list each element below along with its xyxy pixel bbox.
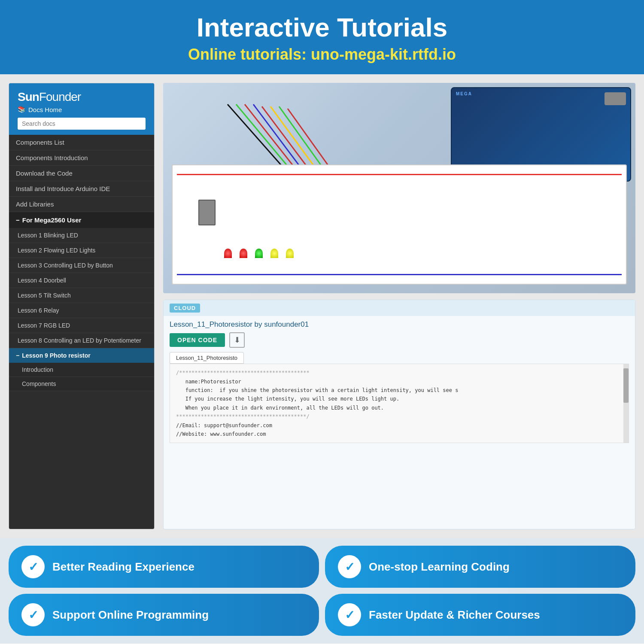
code-line-7: //Email: support@sunfounder.com: [176, 421, 623, 430]
download-button[interactable]: ⬇: [229, 332, 245, 348]
led-green: [255, 249, 263, 258]
code-title: Lesson_11_Photoresistor by sunfounder01: [170, 320, 629, 329]
feature-text-1: Better Reading Experience: [52, 560, 194, 574]
code-scrollbar-thumb[interactable]: [623, 368, 629, 403]
code-btn-row: OPEN CODE ⬇: [170, 332, 629, 348]
open-code-button[interactable]: OPEN CODE: [170, 333, 225, 347]
feature-check-2: ✓: [338, 555, 361, 578]
code-line-6: ****************************************…: [176, 412, 623, 421]
sidebar-header: SunFounder 📚 Docs Home: [9, 83, 154, 135]
sidebar-lesson-8[interactable]: Lesson 8 Controlling an LED by Potentiom…: [9, 333, 154, 348]
sidebar-lesson-1[interactable]: Lesson 1 Blinking LED: [9, 228, 154, 243]
led-yellow-2: [286, 249, 294, 258]
arduino-board-label: MEGA: [456, 91, 472, 96]
breadboard-red-line: [177, 174, 622, 175]
code-panel-bar: CLOUD: [164, 300, 635, 316]
sidebar-sub-introduction[interactable]: Introduction: [9, 363, 154, 377]
docs-sidebar: SunFounder 📚 Docs Home Components List C…: [9, 83, 155, 529]
sidebar-item-components-intro[interactable]: Components Introduction: [9, 150, 154, 166]
sidebar-section-mega2560: − For Mega2560 User: [9, 212, 154, 228]
arduino-photo-bg: MEGA: [163, 83, 635, 293]
sidebar-item-download-code[interactable]: Download the Code: [9, 166, 154, 181]
sidebar-lesson-5[interactable]: Lesson 5 Tilt Switch: [9, 288, 154, 303]
sidebar-lesson-9-header[interactable]: − Lesson 9 Photo resistor: [9, 348, 154, 363]
sidebar-item-add-libraries[interactable]: Add Libraries: [9, 197, 154, 212]
arduino-photo: MEGA: [163, 83, 635, 293]
sidebar-lesson-2[interactable]: Lesson 2 Flowing LED Lights: [9, 243, 154, 258]
feature-banner-1: ✓ Better Reading Experience: [9, 546, 319, 588]
led-red-2: [240, 249, 247, 258]
cloud-badge: CLOUD: [170, 304, 200, 313]
code-line-5: When you place it in dark environment, a…: [176, 404, 623, 412]
feature-text-2: One-stop Learning Coding: [369, 560, 510, 574]
sidebar-item-components-list[interactable]: Components List: [9, 135, 154, 150]
feature-banner-3: ✓ Support Online Programming: [9, 594, 319, 636]
feature-banners: ✓ Better Reading Experience ✓ One-stop L…: [0, 538, 644, 644]
sidebar-sub-components[interactable]: Components: [9, 377, 154, 391]
code-filename: Lesson_11_Photoresisto: [170, 352, 244, 364]
check-icon-1: ✓: [28, 560, 38, 574]
code-line-3: function: if you shine the photoresistor…: [176, 386, 623, 395]
feature-text-4: Faster Update & Richer Courses: [369, 608, 540, 622]
right-panel: MEGA: [163, 83, 635, 529]
breadboard-blue-line: [177, 274, 622, 275]
led-yellow: [270, 249, 278, 258]
search-input[interactable]: [18, 118, 146, 130]
feature-banner-2: ✓ One-stop Learning Coding: [325, 546, 635, 588]
sidebar-docs-home[interactable]: 📚 Docs Home: [18, 106, 146, 113]
page-header: Interactive Tutorials Online tutorials: …: [0, 0, 644, 74]
main-content: SunFounder 📚 Docs Home Components List C…: [0, 74, 644, 538]
led-group: [224, 249, 294, 258]
book-icon: 📚: [18, 106, 26, 113]
feature-check-3: ✓: [21, 603, 45, 626]
minus-icon-2: −: [16, 352, 19, 359]
code-scrollbar[interactable]: [623, 364, 629, 443]
check-icon-4: ✓: [345, 608, 355, 622]
page-title: Interactive Tutorials: [9, 13, 635, 42]
sidebar-logo: SunFounder: [18, 90, 146, 104]
download-icon: ⬇: [234, 335, 240, 345]
sidebar-lesson-7[interactable]: Lesson 7 RGB LED: [9, 318, 154, 333]
check-icon-3: ✓: [28, 608, 38, 622]
feature-banner-4: ✓ Faster Update & Richer Courses: [325, 594, 635, 636]
code-block: /***************************************…: [170, 364, 629, 443]
feature-check-4: ✓: [338, 603, 361, 626]
breadboard: [172, 164, 627, 285]
sidebar-lesson-6[interactable]: Lesson 6 Relay: [9, 303, 154, 318]
code-line-1: /***************************************…: [176, 368, 623, 377]
code-line-4: If you increase the light intensity, you…: [176, 395, 623, 403]
sidebar-lesson-3[interactable]: Lesson 3 Controlling LED by Button: [9, 258, 154, 273]
minus-icon: −: [16, 216, 20, 224]
sidebar-item-arduino-ide[interactable]: Install and Introduce Arduino IDE: [9, 181, 154, 197]
check-icon-2: ✓: [345, 560, 355, 574]
sidebar-lesson-4[interactable]: Lesson 4 Doorbell: [9, 273, 154, 288]
page-subtitle: Online tutorials: uno-mega-kit.rtfd.io: [9, 46, 635, 64]
led-red: [224, 249, 232, 258]
code-line-2: name:Photoresistor: [176, 377, 623, 386]
feature-check-1: ✓: [21, 555, 45, 578]
code-line-8: //Website: www.sunfounder.com: [176, 430, 623, 438]
sidebar-nav: Components List Components Introduction …: [9, 135, 154, 529]
feature-text-3: Support Online Programming: [52, 608, 209, 622]
code-panel: CLOUD Lesson_11_Photoresistor by sunfoun…: [163, 300, 635, 529]
